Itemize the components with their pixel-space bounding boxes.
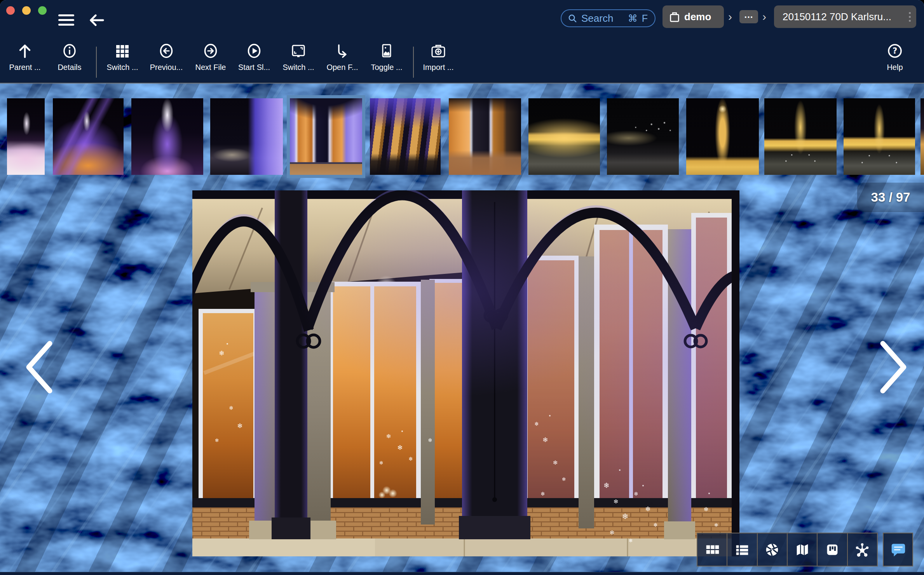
breadcrumb-current-album[interactable]: 20150112 70D Karlsru... — [774, 5, 916, 28]
selected-thumbnail-art — [290, 98, 362, 175]
toolbar-divider — [413, 47, 414, 78]
svg-text:❄: ❄ — [386, 433, 391, 440]
details-button[interactable]: Details — [46, 42, 93, 72]
thumbnail[interactable] — [844, 98, 915, 175]
window-bottom-edge — [0, 572, 924, 575]
toolbar-divider — [96, 47, 97, 78]
chat-icon — [889, 541, 907, 559]
svg-text:❄: ❄ — [553, 459, 558, 466]
search-placeholder: Search — [581, 12, 613, 24]
previous-file-button[interactable]: Previou... — [143, 42, 190, 72]
thumbnail[interactable] — [528, 98, 600, 175]
titlebar-and-toolbar: Search ⌘ F demo › ... › 20150112 70D Kar… — [0, 0, 924, 84]
map-icon — [794, 541, 811, 558]
thumbnail[interactable] — [131, 98, 203, 175]
chat-button[interactable] — [883, 533, 913, 566]
svg-text:❄: ❄ — [237, 422, 242, 430]
thumbnail[interactable] — [210, 98, 283, 175]
grid-view-button[interactable] — [697, 533, 727, 566]
help-button[interactable]: ? Help — [872, 42, 918, 72]
grid-icon — [113, 42, 131, 60]
svg-text:❄: ❄ — [714, 522, 718, 528]
svg-text:?: ? — [893, 46, 897, 56]
svg-text:❄: ❄ — [379, 460, 384, 466]
thumbnail[interactable] — [370, 98, 441, 175]
next-circle-icon — [202, 42, 220, 60]
search-input[interactable]: Search ⌘ F — [561, 9, 656, 27]
zoom-window-button[interactable] — [38, 6, 47, 15]
next-photo-chevron[interactable] — [877, 339, 910, 396]
breadcrumb-separator: › — [728, 10, 732, 23]
svg-text:❄: ❄ — [629, 538, 633, 544]
svg-text:❄: ❄ — [397, 444, 403, 451]
svg-text:❄: ❄ — [534, 421, 539, 427]
previous-circle-icon — [157, 42, 175, 60]
photo-counter: 33 / 97 — [857, 183, 924, 212]
import-button[interactable]: Import ... — [415, 42, 462, 72]
svg-text:❄: ❄ — [219, 349, 224, 357]
more-vertical-icon[interactable] — [905, 12, 911, 22]
shutter-icon — [764, 541, 781, 558]
start-slideshow-button[interactable]: Start Sl... — [231, 42, 277, 72]
view-switcher-toolbar — [697, 533, 878, 566]
toggle-image-button[interactable]: Toggle ... — [363, 42, 410, 72]
thumbnail-selected[interactable] — [287, 95, 365, 178]
thumbnail[interactable] — [686, 98, 759, 175]
thumbnail[interactable] — [764, 98, 837, 175]
graph-icon — [854, 541, 871, 558]
board-view-button[interactable] — [818, 533, 847, 566]
thumbnail[interactable] — [921, 98, 924, 175]
thumbnail[interactable] — [53, 98, 124, 175]
photo-viewer-image: ❄❄❄❄ ❄❄❄❄❄ ❄❄❄❄❄ ❄❄❄❄ ❄❄❄❄ ❄❄ — [192, 190, 739, 556]
svg-text:❄: ❄ — [622, 512, 629, 521]
thumbnail[interactable] — [449, 98, 521, 175]
svg-text:❄: ❄ — [542, 436, 548, 444]
breadcrumb-separator: › — [762, 10, 766, 23]
map-view-button[interactable] — [788, 533, 818, 566]
switch-view-button[interactable]: Switch ... — [99, 42, 146, 72]
svg-text:❄: ❄ — [614, 498, 619, 505]
breadcrumb-current-label: 20150112 70D Karlsru... — [783, 11, 891, 23]
graph-view-button[interactable] — [848, 533, 877, 566]
svg-text:❄: ❄ — [562, 476, 566, 482]
svg-text:❄: ❄ — [229, 405, 234, 411]
board-icon — [824, 541, 841, 558]
shutter-view-button[interactable] — [758, 533, 788, 566]
parent-folder-button[interactable]: Parent ... — [2, 42, 48, 72]
photo-app-window: Search ⌘ F demo › ... › 20150112 70D Kar… — [0, 0, 924, 575]
breadcrumb-root-demo[interactable]: demo — [662, 5, 724, 28]
breadcrumb-ellipsis-label: ... — [744, 9, 753, 20]
back-arrow-icon[interactable] — [88, 12, 106, 29]
svg-text:❄: ❄ — [603, 481, 610, 490]
thumbnail[interactable] — [7, 98, 45, 175]
image-icon — [378, 42, 396, 60]
svg-text:❄: ❄ — [408, 456, 413, 462]
info-icon — [61, 42, 78, 60]
menu-icon[interactable] — [58, 14, 74, 26]
open-file-arrow-icon — [333, 42, 351, 60]
search-shortcut: ⌘ F — [628, 13, 649, 24]
open-file-button[interactable]: Open F... — [319, 42, 366, 72]
switch-fullscreen-button[interactable]: Switch ... — [275, 42, 322, 72]
help-circle-icon: ? — [886, 42, 904, 60]
minimize-window-button[interactable] — [22, 6, 31, 15]
svg-text:❄: ❄ — [610, 529, 615, 536]
grid-large-icon — [704, 541, 721, 558]
previous-photo-chevron[interactable] — [23, 339, 55, 396]
thumbnail[interactable] — [607, 98, 679, 175]
search-icon — [568, 14, 577, 23]
arrow-up-icon — [16, 42, 34, 60]
breadcrumb-root-label: demo — [684, 11, 711, 23]
list-icon — [734, 541, 751, 558]
next-file-button[interactable]: Next File — [187, 42, 234, 72]
svg-text:❄: ❄ — [540, 491, 545, 497]
list-view-button[interactable] — [727, 533, 757, 566]
play-circle-icon — [245, 42, 263, 60]
briefcase-icon — [669, 10, 680, 23]
svg-text:❄: ❄ — [428, 437, 432, 443]
breadcrumb-ellipsis[interactable]: ... — [739, 10, 758, 23]
svg-text:❄: ❄ — [215, 437, 219, 443]
camera-import-icon — [429, 42, 447, 60]
close-window-button[interactable] — [6, 6, 15, 15]
monitor-icon — [289, 42, 307, 60]
